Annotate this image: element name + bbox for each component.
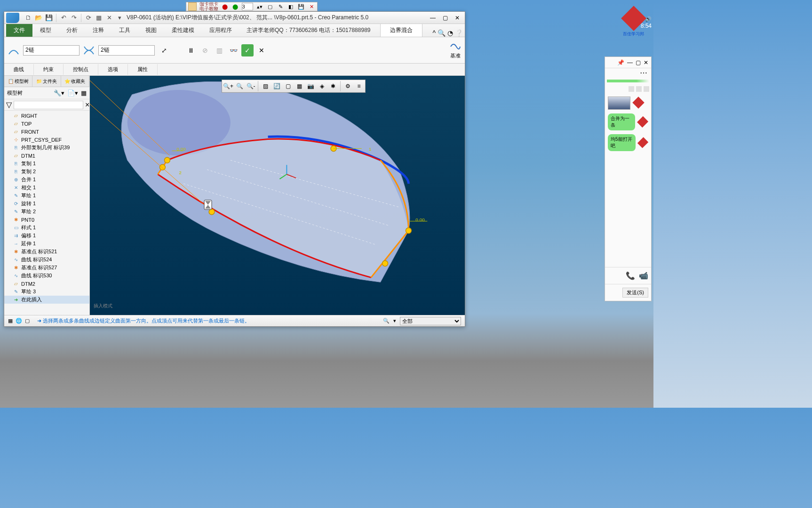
tree-filter-input[interactable] (14, 101, 83, 109)
annotation-display-icon[interactable]: ⚙ (342, 81, 353, 91)
save-icon[interactable]: 💾 (297, 3, 305, 10)
layers-icon[interactable]: ≡ (354, 81, 364, 91)
tab-view[interactable]: 视图 (138, 24, 164, 37)
selection-filter[interactable]: 全部 (400, 317, 461, 325)
ok-button[interactable]: ✓ (241, 44, 254, 56)
chain1-input[interactable] (23, 45, 80, 56)
tab-boundary-blend[interactable]: 边界混合 (380, 24, 422, 37)
tree-item[interactable]: →延伸 1 (4, 240, 89, 248)
sub-tab-curves[interactable]: 曲线 (4, 64, 34, 75)
new-icon[interactable]: 🗋 (24, 13, 33, 23)
chat-max-icon[interactable]: ▢ (636, 59, 641, 66)
tree-item[interactable]: ⎘复制 2 (4, 168, 89, 176)
tree-item[interactable]: ✕相交 1 (4, 184, 89, 192)
tree-columns-icon[interactable]: ▦ (81, 89, 87, 97)
chat-thumbnail-1[interactable] (608, 97, 630, 110)
section-icon[interactable]: ▥ (213, 44, 225, 56)
prohibit-icon[interactable]: ⊘ (199, 44, 211, 56)
tab-annotate[interactable]: 注释 (85, 24, 111, 37)
tree-tab-folder[interactable]: 📁文件夹 (32, 76, 61, 87)
repaint-icon[interactable]: ▨ (260, 81, 271, 91)
tree-item[interactable]: ⇉偏移 1 (4, 232, 89, 240)
settings-icon[interactable]: ◔ (447, 29, 453, 37)
chat-min-icon[interactable]: — (627, 59, 633, 66)
sub-tab-constraints[interactable]: 约束 (34, 64, 64, 75)
pencil-icon[interactable]: ✎ (277, 3, 284, 10)
tree-item[interactable]: ✎草绘 1 (4, 192, 89, 200)
tab-tools[interactable]: 工具 (111, 24, 138, 37)
spinner-up[interactable]: ▴▾ (256, 3, 263, 10)
tree-list[interactable]: ▱RIGHT▱TOP▱FRONT⊹PRT_CSYS_DEF⎘外部复制几何 标识3… (4, 111, 89, 315)
regen-icon[interactable]: ⟳ (84, 13, 93, 23)
close-window-icon[interactable]: ✕ (104, 13, 114, 23)
help-icon[interactable]: ❔ (455, 29, 463, 37)
search-icon[interactable]: 🔍 (438, 29, 446, 37)
undo-icon[interactable]: ↶ (59, 13, 68, 23)
maximize-button[interactable]: ▢ (439, 13, 451, 23)
chat-video-icon[interactable]: 📹 (639, 271, 648, 280)
close-icon[interactable]: ✕ (308, 3, 315, 10)
play-icon[interactable]: ⬤ (231, 3, 239, 10)
geom-filter-icon[interactable]: ▾ (393, 318, 396, 324)
datum-display-icon[interactable]: ✱ (328, 81, 338, 91)
tree-item[interactable]: ⎘外部复制几何 标识39 (4, 144, 89, 152)
filter-clear-icon[interactable]: × (85, 101, 89, 109)
windows-icon[interactable]: ▦ (94, 13, 103, 23)
status-icon-2[interactable]: 🌐 (16, 318, 22, 324)
spin-icon[interactable]: 🔄 (271, 81, 282, 91)
redo-icon[interactable]: ↷ (69, 13, 79, 23)
tree-item[interactable]: ⊕合并 1 (4, 176, 89, 184)
more-icon[interactable]: ▾ (115, 13, 124, 23)
collapse-icon[interactable]: ^ (432, 29, 436, 37)
tree-item[interactable]: ∿曲线 标识524 (4, 256, 89, 264)
zoom-fit-icon[interactable]: 🔍 (234, 81, 245, 91)
find-icon[interactable]: 🔍 (383, 318, 390, 324)
tree-item[interactable]: ✱基准点 标识527 (4, 264, 89, 272)
sub-tab-properties[interactable]: 属性 (128, 64, 158, 75)
chat-close-icon[interactable]: ✕ (644, 59, 648, 66)
cancel-button[interactable]: ✕ (255, 44, 268, 56)
tree-item[interactable]: ✎草绘 2 (4, 208, 89, 216)
tree-item[interactable]: ▱FRONT (4, 128, 89, 136)
tree-show-icon[interactable]: 📄▾ (67, 89, 78, 97)
tree-item[interactable]: ▭样式 1 (4, 224, 89, 232)
save-qat-icon[interactable]: 💾 (44, 13, 54, 23)
open-icon[interactable]: 📂 (34, 13, 43, 23)
tab-flex[interactable]: 柔性建模 (164, 24, 202, 37)
tree-item[interactable]: ▱DTM2 (4, 280, 89, 288)
filter-icon[interactable]: ▽ (6, 100, 12, 109)
sub-tab-options[interactable]: 选项 (98, 64, 128, 75)
float-number-input[interactable] (242, 3, 253, 10)
status-icon-1[interactable]: ▦ (8, 318, 13, 324)
eraser-icon[interactable]: ◧ (287, 3, 295, 10)
camera-icon[interactable]: 📷 (305, 81, 316, 91)
square-icon[interactable]: ▢ (266, 3, 274, 10)
tree-item[interactable]: ✱PNT0 (4, 216, 89, 224)
zoom-out-icon[interactable]: 🔍- (246, 81, 256, 91)
datum-button[interactable]: 基准 (450, 41, 461, 59)
tree-item[interactable]: ➜在此插入 (4, 296, 89, 304)
viewport-3d[interactable]: 🔍+ 🔍 🔍- ▨ 🔄 ▢ ▦ 📷 ◈ ✱ ⚙ ≡ (90, 76, 465, 315)
record-icon[interactable]: ⬤ (221, 3, 229, 10)
saved-views-icon[interactable]: ▦ (294, 81, 304, 91)
speaker-icon[interactable]: 🔊 (645, 16, 652, 22)
tree-item[interactable]: ▱RIGHT (4, 112, 89, 120)
pin-icon[interactable]: 📌 (617, 59, 624, 66)
close-button[interactable]: ✕ (452, 13, 463, 23)
chat-call-icon[interactable]: 📞 (626, 271, 635, 280)
tree-item[interactable]: ⎘复制 1 (4, 160, 89, 168)
sub-tab-control-points[interactable]: 控制点 (64, 64, 98, 75)
glasses-icon[interactable]: 👓 (227, 44, 239, 56)
chain2-input[interactable] (98, 45, 155, 56)
tree-settings-icon[interactable]: 🔧▾ (54, 89, 64, 97)
swap-icon[interactable]: ⤢ (159, 45, 170, 56)
zoom-in-icon[interactable]: 🔍+ (223, 81, 233, 91)
display-style-icon[interactable]: ▢ (283, 81, 293, 91)
tree-item[interactable]: ▱DTM1 (4, 152, 89, 160)
tree-tab-model[interactable]: 📋模型树 (4, 76, 32, 87)
tree-item[interactable]: ⊹PRT_CSYS_DEF (4, 136, 89, 144)
tab-model[interactable]: 模型 (32, 24, 59, 37)
tree-item[interactable]: ✎草绘 3 (4, 288, 89, 296)
tree-item[interactable]: ▱TOP (4, 120, 89, 128)
tab-analysis[interactable]: 分析 (59, 24, 85, 37)
